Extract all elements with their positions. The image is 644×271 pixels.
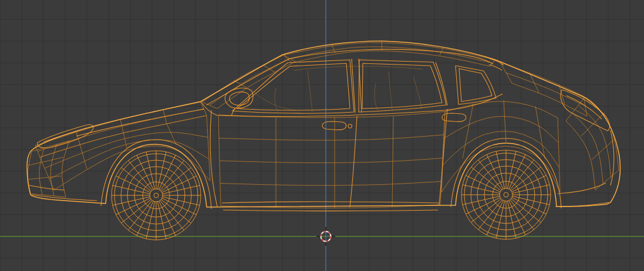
wheel <box>112 151 201 240</box>
blender-3d-viewport[interactable] <box>0 0 644 271</box>
viewport-canvas[interactable] <box>0 0 644 271</box>
car-interior-lines <box>251 66 423 111</box>
car-outline <box>27 41 621 207</box>
car-wireframe-object[interactable] <box>27 41 621 240</box>
wheel <box>461 150 551 239</box>
viewport-grid <box>0 0 644 271</box>
car-wheels <box>112 150 551 240</box>
axis-lines <box>0 0 644 271</box>
